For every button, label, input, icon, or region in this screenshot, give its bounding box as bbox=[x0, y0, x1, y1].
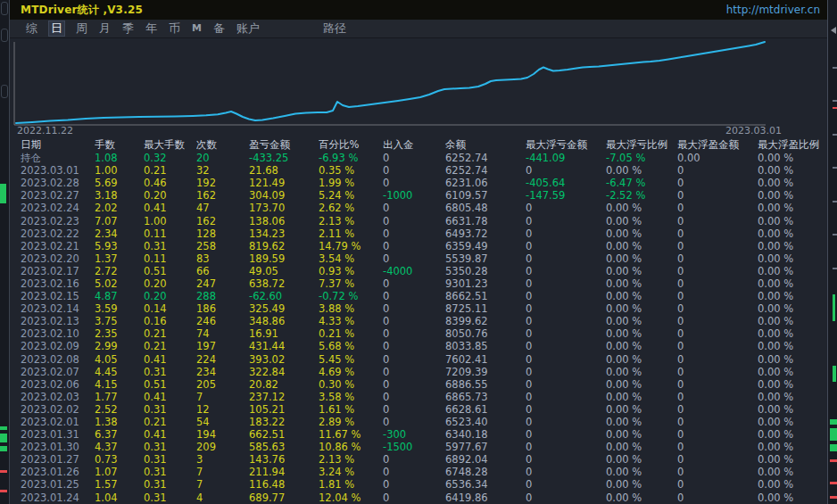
table-row[interactable]: 2023.02.102.350.217416.910.21 %08050.760… bbox=[10, 327, 827, 340]
cell-1: 2.72 bbox=[95, 265, 144, 277]
cell-4: 393.02 bbox=[249, 353, 319, 366]
table-row[interactable]: 2023.02.285.690.46192121.491.99 %06231.0… bbox=[10, 177, 827, 189]
cell-6: 0 bbox=[383, 403, 445, 416]
table-row[interactable]: 2023.01.241.040.314689.7712.04 %06419.86… bbox=[10, 492, 827, 504]
table-row[interactable]: 2023.02.022.520.3112105.211.61 %06628.61… bbox=[10, 403, 827, 416]
cell-11: 0.00 % bbox=[758, 227, 827, 240]
table-row[interactable]: 2023.01.316.370.41194662.5111.67 %-30063… bbox=[10, 428, 827, 441]
table-row[interactable]: 2023.02.215.930.31258819.6214.79 %06359.… bbox=[10, 240, 827, 252]
cell-10: 0.00 bbox=[677, 152, 758, 164]
cell-2: 0.16 bbox=[144, 315, 196, 327]
menu-item-m[interactable]: M bbox=[192, 21, 202, 36]
cell-3: 234 bbox=[196, 366, 249, 378]
cell-9: 0.00 % bbox=[606, 340, 677, 352]
cell-7: 6886.55 bbox=[445, 378, 526, 391]
cell-3: 74 bbox=[196, 327, 249, 340]
menu-item-year[interactable]: 年 bbox=[145, 21, 157, 36]
table-row[interactable]: 2023.02.154.870.20288-62.60-0.72 %08662.… bbox=[10, 290, 827, 302]
cell-9: 0.00 % bbox=[606, 378, 677, 391]
cell-10: 0 bbox=[677, 315, 758, 327]
table-row[interactable]: 2023.01.251.570.317116.481.81 %06536.340… bbox=[10, 478, 827, 491]
menu-item-week[interactable]: 周 bbox=[76, 21, 87, 36]
cell-4: 348.86 bbox=[249, 315, 319, 327]
equity-curve-svg bbox=[10, 38, 829, 138]
cell-2: 0.21 bbox=[144, 340, 196, 352]
menu-item-path[interactable]: 路径 bbox=[323, 21, 346, 36]
table-row[interactable]: 2023.02.031.770.417237.123.58 %06865.730… bbox=[10, 391, 827, 403]
cell-8: 0 bbox=[526, 290, 606, 302]
table-row[interactable]: 2023.02.165.020.20247638.727.37 %09301.2… bbox=[10, 277, 827, 290]
cell-8: 0 bbox=[526, 327, 606, 340]
table-body: 持仓1.080.3220-433.25-6.93 %06252.74-441.0… bbox=[10, 152, 827, 504]
cell-7: 9301.23 bbox=[445, 277, 526, 290]
cell-0: 2023.02.13 bbox=[21, 315, 95, 327]
cell-4: 689.77 bbox=[249, 492, 319, 504]
menu-item-backup[interactable]: 备 bbox=[213, 21, 225, 36]
cell-9: 0.00 % bbox=[606, 265, 677, 277]
cell-5: 3.58 % bbox=[319, 391, 383, 403]
table-row[interactable]: 2023.01.261.070.317211.943.24 %06748.280… bbox=[10, 466, 827, 478]
table-row[interactable]: 2023.02.242.020.4147173.702.62 %06805.48… bbox=[10, 202, 827, 214]
cell-9: 0.00 % bbox=[606, 353, 677, 366]
table-row[interactable]: 2023.02.172.720.516649.050.93 %-40005350… bbox=[10, 265, 827, 277]
website-link[interactable]: http://mtdriver.cn bbox=[726, 4, 820, 16]
cell-10: 0 bbox=[677, 252, 758, 265]
cell-11: 0.00 % bbox=[758, 378, 827, 391]
cell-1: 4.87 bbox=[95, 290, 144, 302]
cell-7: 6628.61 bbox=[445, 403, 526, 416]
menu-item-day[interactable]: 日 bbox=[49, 21, 64, 36]
cell-8: -147.59 bbox=[526, 189, 606, 202]
cell-8: 0 bbox=[526, 428, 606, 441]
cell-4: 211.94 bbox=[249, 466, 319, 478]
cell-0: 2023.01.27 bbox=[21, 453, 95, 466]
table-row[interactable]: 2023.02.074.450.31234322.844.69 %07209.3… bbox=[10, 366, 827, 378]
table-row[interactable]: 2023.02.011.380.2154183.222.89 %06523.40… bbox=[10, 416, 827, 428]
cell-4: 183.22 bbox=[249, 416, 319, 428]
cell-5: 2.13 % bbox=[319, 215, 383, 227]
table-row[interactable]: 持仓1.080.3220-433.25-6.93 %06252.74-441.0… bbox=[10, 152, 827, 164]
menu-item-account[interactable]: 账户 bbox=[236, 21, 260, 36]
menu-item-month[interactable]: 月 bbox=[99, 21, 111, 36]
cell-10: 0 bbox=[677, 391, 758, 403]
menu-item-currency[interactable]: 币 bbox=[169, 21, 180, 36]
cell-7: 6109.57 bbox=[445, 189, 526, 202]
cell-2: 0.11 bbox=[144, 252, 196, 265]
cell-5: 2.89 % bbox=[319, 416, 383, 428]
cell-2: 0.31 bbox=[144, 453, 196, 466]
cell-0: 2023.01.30 bbox=[21, 441, 95, 453]
cell-11: 0.00 % bbox=[758, 492, 827, 504]
cell-5: 2.13 % bbox=[319, 453, 383, 466]
cell-4: 304.09 bbox=[249, 189, 319, 202]
background-candle-icon bbox=[830, 428, 837, 441]
table-row[interactable]: 2023.01.270.730.313143.762.13 %06892.040… bbox=[10, 453, 827, 466]
menu-item-quarter[interactable]: 季 bbox=[122, 21, 134, 36]
table-row[interactable]: 2023.02.092.990.21197431.445.68 %08033.8… bbox=[10, 340, 827, 352]
cell-3: 209 bbox=[196, 441, 249, 453]
table-row[interactable]: 2023.02.222.340.11128134.232.11 %06493.7… bbox=[10, 227, 827, 240]
cell-10: 0 bbox=[677, 466, 758, 478]
cell-9: 0.00 % bbox=[606, 202, 677, 214]
cell-8: 0 bbox=[526, 478, 606, 491]
cell-1: 4.45 bbox=[95, 366, 144, 378]
table-row[interactable]: 2023.02.273.180.20162304.095.24 %-100061… bbox=[10, 189, 827, 202]
table-row[interactable]: 2023.02.133.750.16246348.864.33 %08399.6… bbox=[10, 315, 827, 327]
cell-5: 14.79 % bbox=[319, 240, 383, 252]
cell-6: 0 bbox=[383, 302, 445, 315]
cell-9: 0.00 % bbox=[606, 492, 677, 504]
table-row[interactable]: 2023.03.011.000.213221.680.35 %06252.740… bbox=[10, 164, 827, 177]
cell-4: 237.12 bbox=[249, 391, 319, 403]
menu-item-comprehensive[interactable]: 综 bbox=[26, 21, 37, 36]
table-row[interactable]: 2023.02.084.050.41224393.025.45 %07602.4… bbox=[10, 353, 827, 366]
cell-2: 0.20 bbox=[144, 290, 196, 302]
table-row[interactable]: 2023.01.304.370.31209585.6310.86 %-15005… bbox=[10, 441, 827, 453]
cell-9: 0.00 % bbox=[606, 327, 677, 340]
table-row[interactable]: 2023.02.143.590.14186325.493.88 %08725.1… bbox=[10, 302, 827, 315]
cell-4: 638.72 bbox=[249, 277, 319, 290]
table-row[interactable]: 2023.02.237.071.00162138.062.13 %06631.7… bbox=[10, 214, 827, 227]
table-row[interactable]: 2023.02.064.150.5120520.820.30 %06886.55… bbox=[10, 378, 827, 391]
cell-2: 0.46 bbox=[144, 177, 196, 189]
cell-1: 2.35 bbox=[95, 327, 144, 340]
table-row[interactable]: 2023.02.201.370.1183189.593.54 %05539.87… bbox=[10, 252, 827, 265]
cell-3: 288 bbox=[196, 290, 249, 302]
cell-5: 0.21 % bbox=[319, 327, 383, 340]
